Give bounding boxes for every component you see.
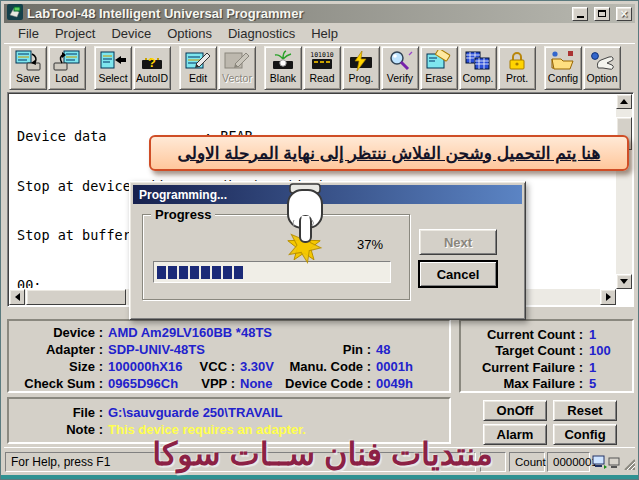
menu-options[interactable]: Options (159, 26, 220, 41)
progress-block (223, 266, 232, 279)
current-count-label: Current Count : (461, 327, 583, 342)
size-label: Size : (9, 359, 103, 374)
file-label: File : (9, 405, 103, 420)
next-button: Next (419, 229, 497, 255)
toolbar-program-button[interactable]: Prog. (342, 46, 380, 90)
protect-icon (503, 48, 531, 72)
file-value: G:\sauvguarde 250\TRAVAIL (103, 405, 282, 420)
menu-diagnostics[interactable]: Diagnostics (220, 26, 303, 41)
count-label: Count (515, 456, 546, 468)
toolbar-autoid-button[interactable]: ? AutoID (133, 46, 171, 90)
vector-icon (223, 48, 251, 72)
status-help-panel: For Help, press F1 (5, 452, 476, 472)
arrow-down-icon (620, 279, 628, 284)
app-window: LabTool-48 Intelligent Universal Program… (0, 0, 639, 480)
toolbar-edit-button[interactable]: Edit (179, 46, 217, 90)
annotation-text: هنا يتم التحميل وشحن الفلاش ننتظر إلى نه… (178, 143, 601, 164)
toolbar-option-button[interactable]: Option (583, 46, 621, 90)
toolbar-config-button[interactable]: Config (544, 46, 582, 90)
vcc-label: VCC : (195, 359, 235, 374)
pin-label: Pin : (303, 342, 371, 357)
minimize-icon (577, 16, 584, 18)
erase-icon (425, 48, 453, 72)
progress-block (168, 266, 177, 279)
file-panel: File : G:\sauvguarde 250\TRAVAIL Note : … (7, 397, 451, 444)
title-bar[interactable]: LabTool-48 Intelligent Universal Program… (4, 4, 635, 23)
menu-help[interactable]: Help (303, 26, 346, 41)
dialog-title-bar[interactable]: Programming... (133, 185, 522, 204)
arrow-left-icon (15, 293, 20, 301)
adapter-label: Adapter : (9, 342, 103, 357)
progress-group-label: Progress (151, 207, 215, 222)
bottom-edge (1, 475, 638, 479)
checksum-value: 0965D96Ch (103, 376, 195, 391)
program-icon (347, 48, 375, 72)
progress-bar (153, 261, 391, 283)
device-code-label: Device Code : (279, 376, 371, 391)
vpp-value: None (235, 376, 279, 391)
progress-block (234, 266, 243, 279)
info-row-size: Size : 100000hX16 VCC : 3.30V Manu. Code… (9, 358, 449, 375)
alarm-button[interactable]: Alarm (483, 424, 547, 445)
reset-button[interactable]: Reset (553, 400, 617, 421)
toolbar-verify-button[interactable]: Verify (381, 46, 419, 90)
menu-device[interactable]: Device (103, 26, 159, 41)
config-button[interactable]: Config (553, 424, 617, 445)
counter-row: Current Failure : 1 (461, 359, 632, 376)
menu-project[interactable]: Project (47, 26, 103, 41)
max-failure-label: Max Failure : (461, 376, 583, 391)
blank-icon (269, 48, 297, 72)
info-row-checksum: Check Sum : 0965D96Ch VPP : None Device … (9, 375, 449, 392)
menu-file[interactable]: File (10, 26, 47, 41)
status-help-text: For Help, press F1 (11, 455, 110, 469)
svg-text:?: ? (148, 55, 156, 70)
progress-group: Progress 37% (142, 214, 410, 300)
counter-row: Target Count : 100 (461, 343, 632, 360)
device-label: Device : (9, 325, 103, 340)
progress-percent: 37% (357, 237, 383, 252)
toolbar-erase-button[interactable]: Erase (420, 46, 458, 90)
close-button[interactable] (616, 7, 632, 21)
maximize-button[interactable] (594, 7, 610, 21)
toolbar-blank-button[interactable]: Blank (264, 46, 302, 90)
svg-text:101010: 101010 (310, 51, 334, 59)
count-value-panel: 0000001 (547, 452, 590, 472)
compare-icon (464, 48, 492, 72)
counter-row: Max Failure : 5 (461, 376, 632, 393)
toolbar-protect-button[interactable]: Prot. (498, 46, 536, 90)
minimize-button[interactable] (572, 7, 588, 21)
info-row-adapter: Adapter : SDP-UNIV-48TS Pin : 48 (9, 341, 449, 358)
scroll-right-button[interactable] (600, 289, 616, 305)
counter-panel: Current Count : 1 Target Count : 100 Cur… (459, 319, 634, 393)
checksum-label: Check Sum : (9, 376, 103, 391)
toolbar-save-button[interactable]: Save (9, 46, 47, 90)
target-count-label: Target Count : (461, 343, 583, 358)
toolbar-load-button[interactable]: Load (48, 46, 86, 90)
control-buttons: OnOff Reset Alarm Config (459, 397, 634, 444)
scroll-up-button[interactable] (616, 94, 632, 109)
counter-row: Current Count : 1 (461, 326, 632, 343)
dialog-title: Programming... (139, 188, 227, 202)
arrow-right-icon (606, 293, 611, 301)
current-failure-value: 1 (583, 360, 596, 375)
toolbar-vector-button: Vector (218, 46, 256, 90)
manu-code-value: 0001h (371, 359, 413, 374)
cancel-button[interactable]: Cancel (419, 261, 497, 287)
scroll-down-button[interactable] (616, 274, 632, 289)
close-icon (620, 6, 627, 21)
toolbar-read-button[interactable]: 101010 Read (303, 46, 341, 90)
onoff-button[interactable]: OnOff (483, 400, 547, 421)
window-title: LabTool-48 Intelligent Universal Program… (27, 6, 566, 21)
config-icon (549, 48, 577, 72)
app-icon (7, 4, 23, 23)
scroll-left-button[interactable] (9, 289, 25, 305)
vertical-scrollbar[interactable] (616, 94, 632, 289)
toolbar-compare-button[interactable]: Comp. (459, 46, 497, 90)
device-value: AMD Am29LV160BB *48TS (103, 325, 272, 340)
info-row-device: Device : AMD Am29LV160BB *48TS (9, 324, 449, 341)
note-value: This device requires an adapter. (103, 422, 306, 437)
scrollbar-thumb[interactable] (26, 289, 126, 305)
device-code-value: 0049h (371, 376, 413, 391)
resize-grip-icon[interactable] (622, 456, 635, 474)
toolbar-select-button[interactable]: Select (94, 46, 132, 90)
